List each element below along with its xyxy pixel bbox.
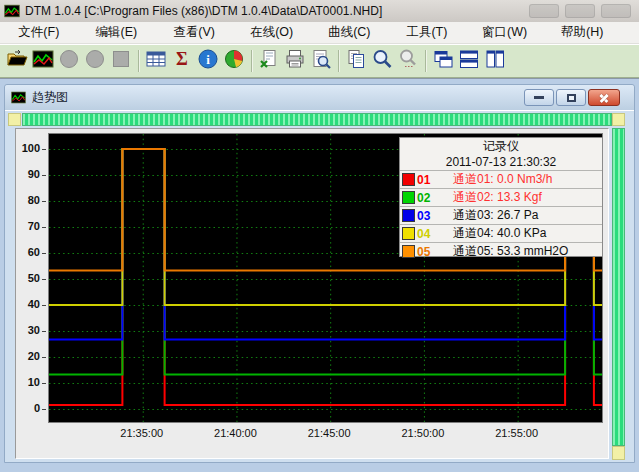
tile-vertical-icon: [484, 48, 506, 74]
h-scrollbar-left-button[interactable]: [8, 113, 21, 126]
menu-item-8[interactable]: 帮助(H): [543, 22, 621, 43]
legend-text-ch05: 通道05: 53.3 mmH2O: [453, 243, 568, 260]
trend-window-body: 0102030405060708090100 记录仪 2011-07-13 21…: [5, 111, 634, 462]
legend-id-ch02: 02: [417, 191, 439, 205]
window-controls: [529, 4, 635, 18]
magnifier-icon: [371, 48, 393, 74]
toolbar-statistics-button[interactable]: Σ: [169, 48, 195, 74]
toolbar-open-file-button[interactable]: [4, 48, 30, 74]
export-page-icon: [258, 48, 280, 74]
legend-swatch-ch05: [402, 245, 415, 258]
menu-item-4[interactable]: 在线(O): [233, 22, 311, 43]
x-tick-label-21:35:00: 21:35:00: [114, 427, 170, 440]
square-icon: [110, 48, 132, 74]
copy-icon: [345, 48, 367, 74]
menu-item-6[interactable]: 工具(T): [388, 22, 466, 43]
trend-plot[interactable]: 记录仪 2011-07-13 21:30:32 01通道01: 0.0 Nm3/…: [48, 133, 603, 423]
toolbar-separator: [251, 50, 252, 72]
printer-icon: [284, 48, 306, 74]
minimize-icon: [534, 96, 544, 99]
toolbar-zoom-out-button: [395, 48, 421, 74]
legend-text-ch02: 通道02: 13.3 Kgf: [453, 189, 542, 206]
legend-rows: 01通道01: 0.0 Nm3/h02通道02: 13.3 Kgf03通道03:…: [400, 170, 602, 260]
toolbar-zoom-in-button[interactable]: [369, 48, 395, 74]
sigma-icon: Σ: [171, 48, 193, 74]
svg-text:Σ: Σ: [176, 49, 188, 69]
toolbar-record-button: [56, 48, 82, 74]
trend-minimize-button[interactable]: [524, 89, 554, 106]
toolbar-separator: [425, 50, 426, 72]
legend-row-ch03: 03通道03: 26.7 Pa: [400, 206, 602, 224]
chart-panel: 0102030405060708090100 记录仪 2011-07-13 21…: [15, 128, 609, 459]
y-tick-label-60: 60: [16, 245, 46, 259]
legend-swatch-ch01: [402, 173, 415, 186]
y-tick-label-0: 0: [16, 401, 46, 415]
trend-window-icon: [11, 90, 26, 105]
trend-window-title: 趋势图: [32, 89, 68, 106]
y-tick-label-40: 40: [16, 297, 46, 311]
menu-item-1[interactable]: 文件(F): [0, 22, 78, 43]
cascade-icon: [432, 48, 454, 74]
toolbar-data-table-button[interactable]: [143, 48, 169, 74]
legend-text-ch04: 通道04: 40.0 KPa: [453, 225, 546, 242]
circle-icon: [84, 48, 106, 74]
chart-vertical-scrollbar[interactable]: [612, 128, 625, 446]
svg-text:i: i: [206, 52, 210, 67]
close-button[interactable]: [601, 4, 631, 18]
toolbar-separator: [138, 50, 139, 72]
waveform-icon: [32, 48, 54, 74]
menu-bar: 文件(F)编辑(E)查看(V)在线(O)曲线(C)工具(T)窗口(W)帮助(H): [0, 22, 639, 44]
toolbar-export-button[interactable]: [256, 48, 282, 74]
legend-row-ch01: 01通道01: 0.0 Nm3/h: [400, 170, 602, 188]
toolbar: Σi: [0, 44, 639, 78]
window-titlebar[interactable]: DTM 1.0.4 [C:\Program Files (x86)\DTM 1.…: [0, 0, 639, 22]
legend-id-ch05: 05: [417, 245, 439, 259]
dtm-application-window: DTM 1.0.4 [C:\Program Files (x86)\DTM 1.…: [0, 0, 639, 472]
scrollbar-corner-button[interactable]: [612, 113, 625, 126]
toolbar-copy-button[interactable]: [343, 48, 369, 74]
menu-item-2[interactable]: 编辑(E): [78, 22, 156, 43]
restore-icon: [567, 94, 576, 102]
trend-window-titlebar[interactable]: 趋势图: [5, 85, 634, 111]
toolbar-pause-button: [82, 48, 108, 74]
x-tick-label-21:55:00: 21:55:00: [489, 427, 545, 440]
table-icon: [145, 48, 167, 74]
legend-row-ch02: 02通道02: 13.3 Kgf: [400, 188, 602, 206]
y-tick-label-30: 30: [16, 323, 46, 337]
minimize-button[interactable]: [529, 4, 559, 18]
legend-swatch-ch03: [402, 209, 415, 222]
tile-horizontal-icon: [458, 48, 480, 74]
toolbar-trend-graph-button[interactable]: [30, 48, 56, 74]
toolbar-print-preview-button[interactable]: [308, 48, 334, 74]
toolbar-print-button[interactable]: [282, 48, 308, 74]
app-icon: [4, 3, 20, 19]
toolbar-tile-vertical-button[interactable]: [482, 48, 508, 74]
legend-row-ch05: 05通道05: 53.3 mmH2O: [400, 242, 602, 260]
trend-restore-button[interactable]: [556, 89, 586, 106]
toolbar-info-button[interactable]: i: [195, 48, 221, 74]
trend-close-button[interactable]: [588, 89, 620, 106]
legend-text-ch01: 通道01: 0.0 Nm3/h: [453, 171, 552, 188]
magnifier-dim-icon: [397, 48, 419, 74]
menu-item-5[interactable]: 曲线(C): [311, 22, 389, 43]
y-tick-label-10: 10: [16, 375, 46, 389]
x-tick-label-21:50:00: 21:50:00: [395, 427, 451, 440]
toolbar-cascade-windows-button[interactable]: [430, 48, 456, 74]
close-icon: [598, 93, 610, 103]
toolbar-pie-chart-button[interactable]: [221, 48, 247, 74]
menu-item-7[interactable]: 窗口(W): [466, 22, 544, 43]
maximize-button[interactable]: [565, 4, 595, 18]
legend-title: 记录仪: [400, 138, 602, 155]
legend-id-ch04: 04: [417, 227, 439, 241]
v-scrollbar-bottom-button[interactable]: [612, 446, 625, 460]
pie-chart-icon: [223, 48, 245, 74]
folder-open-icon: [6, 48, 28, 74]
toolbar-tile-horizontal-button[interactable]: [456, 48, 482, 74]
menu-item-3[interactable]: 查看(V): [155, 22, 233, 43]
window-title: DTM 1.0.4 [C:\Program Files (x86)\DTM 1.…: [25, 4, 382, 18]
legend-swatch-ch02: [402, 191, 415, 204]
legend-id-ch03: 03: [417, 209, 439, 223]
y-tick-label-70: 70: [16, 219, 46, 233]
chart-horizontal-scrollbar[interactable]: [22, 113, 612, 126]
x-tick-label-21:45:00: 21:45:00: [301, 427, 357, 440]
